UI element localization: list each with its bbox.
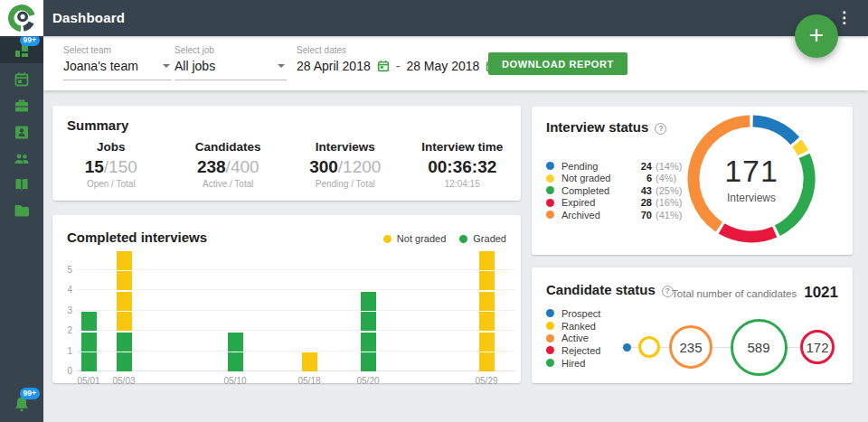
legend-label: Graded: [473, 233, 506, 244]
legend-value: 24: [628, 161, 652, 172]
metric-sub: Pending / Total: [287, 179, 404, 189]
legend-label: Pending: [561, 161, 628, 172]
sidebar-item-dashboard[interactable]: 99+: [0, 38, 43, 63]
legend-label: Ranked: [561, 321, 596, 332]
legend-label: Not graded: [561, 173, 628, 183]
donut-chart: 171 Interviews: [679, 107, 824, 251]
legend-dot: [546, 309, 554, 317]
legend-item-hired: Hired: [546, 357, 600, 370]
metric-candidates: Candidates 238/400 Active / Total: [170, 140, 288, 189]
metric-primary: 300: [309, 157, 338, 176]
app-logo[interactable]: [0, 0, 43, 36]
legend-dot: [546, 174, 554, 183]
bubble-legend: Prospect Ranked Active Rejected Hired: [546, 307, 600, 369]
plus-icon: +: [809, 23, 824, 48]
date-range-picker: Select dates 28 April 2018 - 28 May 2018: [297, 45, 498, 73]
legend-label: Rejected: [561, 345, 600, 356]
date-from-value[interactable]: 28 April 2018: [297, 59, 371, 73]
candidate-status-title: Candidate status?: [546, 282, 674, 297]
legend-label: Prospect: [561, 308, 600, 319]
legend-dot: [546, 322, 554, 330]
legend-item-completed: Completed 43 (25%): [546, 184, 682, 197]
date-to-value[interactable]: 28 May 2018: [406, 59, 479, 73]
metric-label: Jobs: [52, 140, 170, 154]
sidebar-nav: 99+: [0, 36, 43, 422]
legend-item-prospect: Prospect: [546, 307, 600, 320]
team-select-label: Select team: [63, 45, 172, 55]
legend-label: Archived: [561, 210, 628, 220]
people-icon: [13, 149, 31, 167]
legend-pct: (41%): [656, 210, 682, 220]
legend-dot: [459, 235, 467, 243]
metric-primary: 15: [85, 157, 104, 176]
job-select[interactable]: Select job All jobs: [175, 45, 287, 80]
metric-secondary: /150: [104, 157, 137, 176]
app-header: Dashboard ⋮: [0, 0, 868, 36]
legend-label: Not graded: [397, 233, 446, 244]
metric-secondary: /400: [226, 157, 259, 176]
team-select-value: Joana's team: [63, 59, 172, 73]
sidebar-item-jobs[interactable]: [0, 95, 43, 116]
bar-chart-legend: Not graded Graded: [383, 233, 506, 244]
legend-value: 6: [628, 173, 652, 183]
job-select-value: All jobs: [175, 59, 287, 73]
bubble-prospect: [623, 343, 631, 352]
metric-label: Interview time: [404, 140, 522, 154]
legend-item-graded: Graded: [459, 233, 506, 244]
completed-interviews-title: Completed interviews: [67, 230, 207, 245]
candidates-total-label: Total number of candidates: [672, 288, 797, 299]
filter-bar: Select team Joana's team Select job All …: [43, 36, 868, 90]
legend-item-active: Active: [546, 332, 600, 344]
legend-value: 43: [628, 185, 652, 196]
legend-item-expired: Expired 28 (16%): [546, 197, 682, 210]
download-report-button[interactable]: DOWNLOAD REPORT: [488, 52, 627, 75]
brand-logo-icon: [7, 4, 36, 33]
metric-jobs: Jobs 15/150 Open / Total: [52, 140, 170, 189]
metric-primary: 238: [197, 157, 226, 176]
job-select-label: Select job: [175, 45, 287, 55]
sidebar-item-notifications[interactable]: 99+: [0, 391, 43, 417]
book-icon: [13, 175, 31, 193]
donut-total: 171: [724, 154, 778, 189]
donut-total-label: Interviews: [727, 192, 776, 204]
sidebar-item-files[interactable]: [0, 200, 43, 220]
bubble-active: 235: [669, 325, 712, 369]
legend-dot: [546, 186, 554, 194]
interview-status-card: Interview status? Pending 24 (14%) Not g…: [532, 107, 853, 255]
metric-label: Candidates: [170, 140, 288, 154]
summary-metrics: Jobs 15/150 Open / Total Candidates 238/…: [52, 140, 521, 189]
legend-item-not-graded: Not graded: [383, 233, 446, 244]
chevron-down-icon: [163, 64, 170, 68]
sidebar-item-team[interactable]: [0, 147, 43, 168]
legend-dot: [546, 211, 554, 219]
donut-center: 171 Interviews: [679, 107, 824, 251]
metric-sub: Open / Total: [52, 179, 170, 189]
legend-pct: (16%): [656, 197, 682, 208]
folder-icon: [13, 202, 31, 220]
help-icon[interactable]: ?: [655, 123, 666, 135]
legend-value: 70: [628, 210, 652, 220]
sidebar-item-calendar[interactable]: [0, 69, 43, 89]
legend-item-archived: Archived 70 (41%): [546, 209, 682, 221]
bubble-hired: 589: [731, 319, 788, 376]
metric-interview-time: Interview time 00:36:32 12:04:15: [404, 140, 522, 189]
legend-label: Hired: [561, 358, 585, 369]
legend-value: 28: [628, 197, 652, 208]
legend-dot: [546, 346, 554, 354]
dates-label: Select dates: [297, 45, 498, 55]
page-title: Dashboard: [52, 0, 125, 36]
legend-dot: [383, 235, 392, 243]
legend-item-rejected: Rejected: [546, 344, 600, 357]
summary-card: Summary Jobs 15/150 Open / Total Candida…: [52, 106, 521, 201]
bubble-ranked: [638, 336, 660, 358]
donut-legend: Pending 24 (14%) Not graded 6 (4%) Compl…: [546, 160, 682, 221]
calendar-icon[interactable]: [377, 60, 390, 72]
team-select[interactable]: Select team Joana's team: [63, 45, 172, 80]
legend-pct: (14%): [656, 161, 682, 172]
legend-dot: [546, 334, 554, 342]
add-button[interactable]: +: [795, 14, 838, 58]
sidebar-item-library[interactable]: [0, 173, 43, 194]
sidebar-item-candidates[interactable]: [0, 121, 43, 142]
metric-sub: Active / Total: [170, 179, 288, 189]
candidates-total: Total number of candidates 1021: [672, 284, 838, 302]
